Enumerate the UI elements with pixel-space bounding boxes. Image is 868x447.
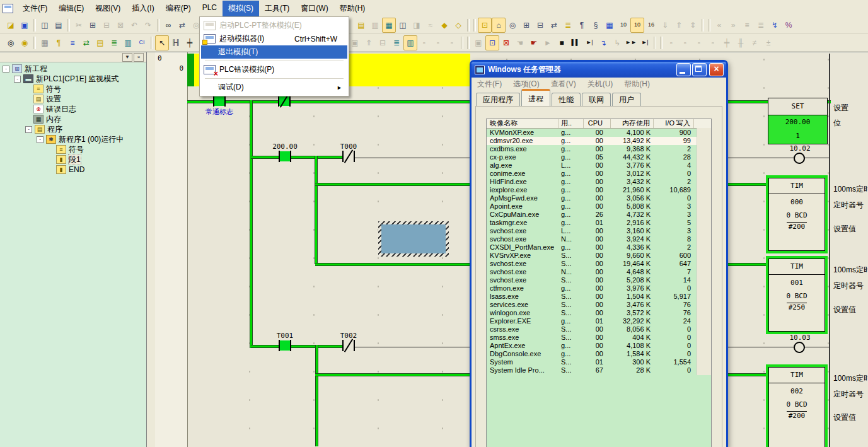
window-cascade-button[interactable]: ⊟ (533, 18, 547, 33)
process-row[interactable]: svchost.exeL...003,160 K3 (487, 227, 711, 235)
simulator-online-button[interactable]: ⊡ (485, 35, 499, 50)
print-preview-button[interactable]: ◫ (38, 18, 52, 33)
menu-item-编辑(E)[interactable]: 编辑(E) (53, 1, 90, 16)
zoom-out-button[interactable]: ◎ (4, 35, 18, 50)
scrollbar[interactable] (697, 128, 711, 375)
menu-item-模拟(S)[interactable]: 模拟(S) (223, 1, 259, 16)
address-reference-tool-button[interactable]: ≣ (390, 35, 403, 50)
tree-item-settings[interactable]: ▤设置 (0, 94, 146, 104)
process-row[interactable]: Explorer.EXEg...0132,292 K24 (487, 317, 711, 325)
cross-reference-button[interactable]: ⇄ (547, 18, 561, 33)
tree-item-section1[interactable]: ▮段1 (0, 154, 146, 165)
grid-button[interactable]: ▦ (38, 35, 52, 50)
coil-10-02[interactable]: 10.02 (794, 153, 805, 164)
process-row[interactable]: DbgConsole.exeg...001,584 K0 (487, 350, 711, 358)
window-zoom-button[interactable]: ◎ (506, 18, 519, 33)
process-row[interactable]: ApMsgFwd.exeg...003,056 K0 (487, 194, 711, 202)
dialog-view-button[interactable]: § (589, 18, 603, 33)
contact-t001[interactable]: T001 (279, 340, 291, 351)
process-row[interactable]: HidFind.exeg...003,432 K2 (487, 178, 711, 186)
close-button[interactable] (709, 63, 724, 76)
local-symbols-button[interactable]: ≣ (561, 18, 575, 33)
process-row[interactable]: alg.exeL...003,776 K4 (487, 161, 711, 170)
process-row[interactable]: CxCpuMain.exeg...264,732 K3 (487, 211, 711, 219)
tab-进程[interactable]: 进程 (521, 89, 550, 106)
tab-性能[interactable]: 性能 (552, 93, 581, 106)
panel-dropdown-button[interactable]: ▼ (122, 53, 132, 62)
taskmgr-menu-帮助(H)[interactable]: 帮助(H) (618, 79, 656, 90)
process-row[interactable]: services.exeS...003,476 K76 (487, 301, 711, 309)
contact-200-00[interactable]: 200.00 (279, 151, 291, 162)
tree-item-memory[interactable]: ▦内存 (0, 114, 146, 124)
column-header-内存使用[interactable]: 内存使用 (611, 119, 654, 128)
watch-window-button[interactable]: ▥ (403, 35, 417, 50)
rung-wrap-button[interactable]: ▤ (354, 18, 368, 33)
menu-item-编程(P)[interactable]: 编程(P) (160, 1, 197, 16)
process-row[interactable]: System Idle Pro...S...6728 K0 (487, 366, 711, 374)
simulator-error-button[interactable]: ⊠ (499, 35, 513, 50)
process-row[interactable]: KVSrvXP.exeS...009,660 K600 (487, 252, 711, 260)
annotation-list-button[interactable]: ≡ (66, 35, 79, 50)
menu-item-文件(F)[interactable]: 文件(F) (17, 1, 53, 16)
tree-item-new-program1[interactable]: -✱新程序1 (00)运行中 (0, 134, 146, 144)
tim-block-001[interactable]: TIM 001 0 BCD #250 (768, 258, 825, 332)
watch-grid-button[interactable]: ◫ (396, 18, 410, 33)
process-row[interactable]: ctfmon.exeg...003,976 K0 (487, 284, 711, 293)
contact-t004[interactable]: T004 (278, 95, 291, 107)
ladder-sections-button[interactable]: ▤ (93, 35, 107, 50)
menu-item-调试(D)[interactable]: 调试(D)► (201, 81, 347, 94)
menu-item-PLC[interactable]: PLC (197, 1, 223, 16)
menu-item-窗口(W)[interactable]: 窗口(W) (295, 1, 333, 16)
continuous-step-button[interactable]: ►► (624, 35, 638, 50)
tab-应用程序[interactable]: 应用程序 (476, 93, 520, 106)
coil-10-03[interactable]: 10.03 (794, 342, 805, 353)
usage-rate-button[interactable]: % (782, 18, 796, 33)
panel-splitter[interactable] (147, 52, 156, 447)
tab-用户[interactable]: 用户 (612, 93, 641, 106)
tab-联网[interactable]: 联网 (582, 93, 611, 106)
process-row[interactable]: conime.exeg...003,012 K0 (487, 170, 711, 178)
select-tool-button[interactable]: ↖ (155, 35, 169, 50)
step-run-button[interactable]: ►| (582, 35, 596, 50)
lock-button[interactable]: ◆ (437, 18, 451, 33)
tree-item-programs[interactable]: -▤程序 (0, 124, 146, 134)
window-split-button[interactable]: ⊞ (519, 18, 533, 33)
tree-item-error-log[interactable]: ⊗错误日志 (0, 104, 146, 114)
taskmgr-menu-选项(O)[interactable]: 选项(O) (507, 79, 545, 90)
tim-block-000[interactable]: TIM 000 0 BCD #200 (768, 178, 825, 251)
process-row[interactable]: KVMonXP.exeg...004,100 K900 (487, 129, 711, 137)
sim-stop-button[interactable]: ■ (555, 35, 569, 50)
copy-button[interactable]: ⊞ (86, 18, 100, 33)
process-row[interactable]: ApntEx.exeg...004,108 K0 (487, 342, 711, 350)
expander-icon[interactable]: - (14, 76, 21, 83)
sim-pause-button[interactable]: ▌▌ (569, 35, 582, 50)
radix-hex-button[interactable]: 16 (644, 18, 658, 33)
replace-button[interactable]: ⇄ (175, 18, 189, 33)
menu-item-PLC错误模拟(P)[interactable]: PLC错误模拟(P) (201, 63, 347, 76)
set-instruction-block[interactable]: SET 200.00 1 (768, 98, 828, 144)
process-row[interactable]: winlogon.exeS...003,572 K76 (487, 309, 711, 317)
process-row[interactable]: cxdbms.exeg...009,368 K2 (487, 145, 711, 153)
tree-item-new-project[interactable]: -⊞新工程 (0, 64, 146, 74)
contact-p-on[interactable]: P_On 常通标志 (213, 95, 226, 107)
process-row[interactable]: svchost.exeN...004,648 K7 (487, 268, 711, 276)
block-hierarchy-button[interactable]: ≣ (107, 35, 121, 50)
find-button[interactable]: ∞ (161, 18, 175, 33)
selection-rectangle[interactable] (378, 221, 449, 257)
panel-close-button[interactable]: × (134, 53, 144, 62)
open-project-button[interactable]: ◪ (4, 18, 18, 33)
tim-block-002[interactable]: TIM 002 0 BCD #200 (768, 367, 825, 447)
menu-item-工具(T)[interactable]: 工具(T) (259, 1, 295, 16)
step-in-button[interactable]: ↴ (596, 35, 610, 50)
column-header-I/O 写入[interactable]: I/O 写入 (654, 119, 694, 128)
title-bar[interactable]: Windows 任务管理器 (472, 62, 726, 78)
taskmgr-menu-关机(U)[interactable]: 关机(U) (582, 79, 619, 90)
process-row[interactable]: csrss.exeS...008,056 K0 (487, 325, 711, 334)
taskmgr-menu-查看(V)[interactable]: 查看(V) (545, 79, 582, 90)
menu-item-插入(I)[interactable]: 插入(I) (126, 1, 159, 16)
expander-icon[interactable]: - (37, 136, 43, 143)
window-tools-button[interactable]: ⌂ (492, 18, 506, 33)
monitor-io-button[interactable]: ⇄ (79, 35, 93, 50)
process-row[interactable]: svchost.exeS...005,208 K14 (487, 276, 711, 284)
contact-open-tool-button[interactable]: ╟╢ (169, 35, 183, 50)
